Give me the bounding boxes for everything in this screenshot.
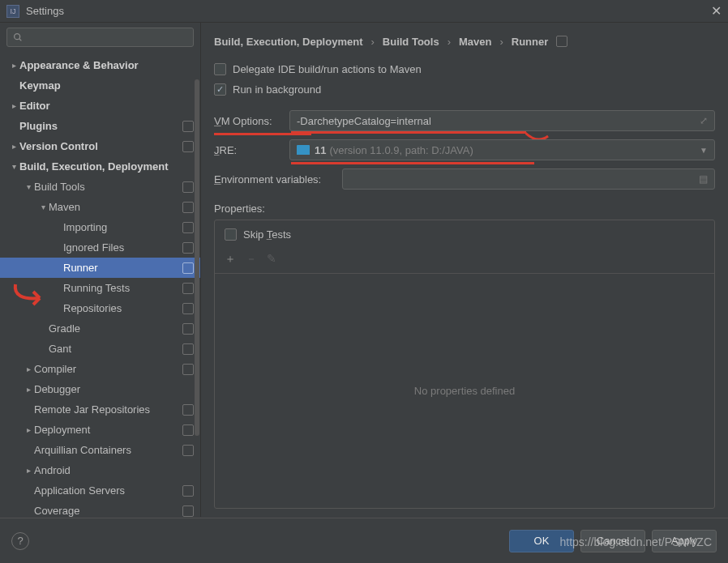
sidebar-item-maven[interactable]: ▾Maven — [0, 197, 200, 217]
project-badge-icon — [182, 404, 194, 416]
scrollbar-thumb[interactable] — [195, 79, 199, 436]
sidebar-item-deployment[interactable]: ▸Deployment — [0, 420, 200, 440]
project-badge-icon — [182, 505, 194, 517]
sidebar-item-label: Arquillian Containers — [34, 444, 182, 456]
tree-arrow-icon: ▸ — [8, 142, 19, 151]
sidebar-item-label: Build Tools — [34, 181, 182, 193]
tree-arrow-icon: ▸ — [8, 61, 19, 70]
sidebar-item-label: Version Control — [19, 140, 182, 152]
sidebar-item-build-execution-deployment[interactable]: ▾Build, Execution, Deployment — [0, 156, 200, 177]
sidebar-item-importing[interactable]: Importing — [0, 217, 200, 237]
project-badge-icon — [182, 121, 194, 132]
remove-button[interactable]: － — [246, 252, 257, 267]
sidebar-item-label: Repositories — [63, 302, 182, 314]
project-badge-icon — [182, 445, 194, 456]
project-badge-icon — [182, 141, 194, 152]
skip-tests-label: Skip Tests — [243, 228, 291, 241]
sidebar-item-android[interactable]: ▸Android — [0, 460, 200, 480]
sidebar-item-label: Debugger — [34, 383, 194, 395]
settings-tree[interactable]: ▸Appearance & BehaviorKeymap▸EditorPlugi… — [0, 52, 200, 517]
sidebar-item-running-tests[interactable]: Running Tests — [0, 278, 200, 298]
sidebar-item-label: Runner — [63, 262, 182, 274]
sidebar-item-label: Coverage — [34, 505, 182, 517]
sidebar-item-label: Keymap — [19, 79, 194, 92]
project-badge-icon — [182, 303, 194, 314]
breadcrumb-separator: › — [448, 36, 451, 48]
sidebar-item-label: Compiler — [34, 363, 182, 375]
env-vars-label: Environment variables: — [214, 173, 336, 186]
expand-icon[interactable]: ⤢ — [700, 115, 708, 126]
sidebar-item-appearance-behavior[interactable]: ▸Appearance & Behavior — [0, 55, 200, 75]
help-button[interactable]: ? — [11, 532, 29, 550]
breadcrumb: Build, Execution, Deployment › Build Too… — [214, 31, 715, 52]
svg-line-1 — [19, 39, 22, 41]
jre-dropdown[interactable]: 11 (version 11.0.9, path: D:/JAVA) ▼ — [289, 139, 715, 160]
footer: ? OK Cancel Apply — [0, 518, 728, 563]
delegate-label: Delegate IDE build/run actions to Maven — [233, 63, 422, 75]
sidebar-item-build-tools[interactable]: ▾Build Tools — [0, 177, 200, 197]
sidebar-item-version-control[interactable]: ▸Version Control — [0, 136, 200, 156]
jre-label: JRE: — [214, 144, 283, 156]
sidebar-item-editor[interactable]: ▸Editor — [0, 96, 200, 116]
apply-button[interactable]: Apply — [652, 530, 717, 552]
sidebar-item-plugins[interactable]: Plugins — [0, 116, 200, 136]
add-button[interactable]: ＋ — [225, 252, 236, 267]
tree-arrow-icon: ▾ — [23, 182, 34, 191]
project-badge-icon — [182, 181, 194, 193]
skip-tests-checkbox[interactable] — [225, 228, 237, 241]
project-badge-icon — [556, 36, 567, 47]
sidebar-item-coverage[interactable]: Coverage — [0, 501, 200, 517]
breadcrumb-part[interactable]: Maven — [459, 36, 491, 48]
sidebar-item-gradle[interactable]: Gradle — [0, 318, 200, 339]
project-badge-icon — [182, 222, 194, 233]
project-badge-icon — [182, 262, 194, 274]
jre-value: 11 — [315, 144, 326, 156]
sidebar-item-application-servers[interactable]: Application Servers — [0, 480, 200, 501]
search-input[interactable] — [6, 28, 194, 47]
sidebar-item-ignored-files[interactable]: Ignored Files — [0, 237, 200, 258]
edit-button[interactable]: ✎ — [267, 252, 276, 267]
sidebar-item-keymap[interactable]: Keymap — [0, 75, 200, 96]
sidebar-item-label: Plugins — [19, 120, 182, 132]
project-badge-icon — [182, 202, 194, 213]
properties-panel: Skip Tests ＋ － ✎ No properties defined — [214, 220, 715, 509]
breadcrumb-part[interactable]: Runner — [512, 36, 549, 48]
sidebar-item-label: Gant — [49, 343, 182, 355]
sidebar-item-gant[interactable]: Gant — [0, 339, 200, 359]
run-background-checkbox[interactable] — [214, 83, 226, 96]
tree-arrow-icon: ▸ — [8, 101, 19, 110]
close-icon[interactable]: ✕ — [711, 3, 722, 19]
tree-arrow-icon: ▸ — [23, 365, 34, 373]
sidebar-item-runner[interactable]: Runner — [0, 258, 200, 278]
cancel-button[interactable]: Cancel — [580, 530, 645, 552]
sidebar-item-compiler[interactable]: ▸Compiler — [0, 359, 200, 379]
delegate-checkbox[interactable] — [214, 63, 226, 75]
sidebar-item-label: Running Tests — [63, 282, 182, 294]
project-badge-icon — [182, 364, 194, 375]
sidebar-item-label: Appearance & Behavior — [19, 59, 194, 71]
properties-empty-text: No properties defined — [215, 274, 714, 508]
titlebar: IJ Settings ✕ — [0, 0, 728, 23]
annotation-underline — [291, 131, 526, 134]
list-icon[interactable]: ▤ — [699, 173, 708, 185]
annotation-underline — [291, 162, 534, 164]
sidebar-item-debugger[interactable]: ▸Debugger — [0, 379, 200, 399]
sidebar-item-label: Maven — [49, 201, 182, 213]
tree-arrow-icon: ▾ — [37, 203, 49, 211]
sidebar-item-repositories[interactable]: Repositories — [0, 298, 200, 318]
sidebar-item-arquillian-containers[interactable]: Arquillian Containers — [0, 440, 200, 460]
breadcrumb-part[interactable]: Build Tools — [383, 36, 439, 48]
ok-button[interactable]: OK — [509, 530, 574, 552]
sidebar-item-label: Importing — [63, 221, 182, 233]
run-background-label: Run in background — [233, 83, 321, 96]
sidebar-item-label: Deployment — [34, 424, 182, 436]
sidebar-item-label: Android — [34, 464, 194, 476]
breadcrumb-separator: › — [499, 36, 503, 48]
vm-options-input[interactable]: -DarchetypeCatalog=internal ⤢ — [289, 110, 715, 131]
sidebar-item-label: Build, Execution, Deployment — [19, 160, 194, 173]
sidebar-item-label: Remote Jar Repositories — [34, 403, 182, 416]
tree-arrow-icon: ▸ — [23, 425, 34, 434]
breadcrumb-part[interactable]: Build, Execution, Deployment — [214, 36, 362, 48]
sidebar-item-remote-jar-repositories[interactable]: Remote Jar Repositories — [0, 399, 200, 420]
env-vars-input[interactable]: ▤ — [342, 168, 715, 190]
